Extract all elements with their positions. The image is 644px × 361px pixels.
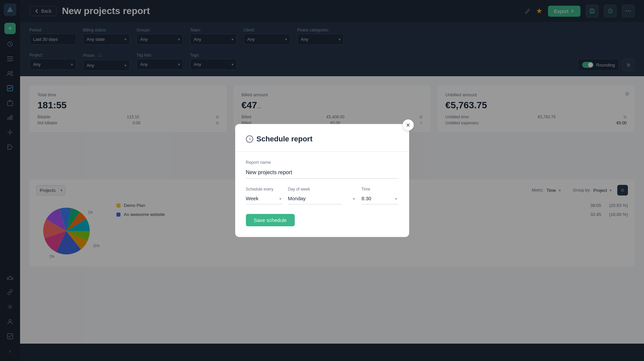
day-of-week-select-wrapper: Monday Tuesday Wednesday Thursday Friday — [288, 193, 356, 205]
modal-divider — [235, 151, 409, 152]
report-name-input[interactable] — [246, 167, 398, 179]
time-select-wrapper: 8:30 8:00 9:00 9:30 — [362, 193, 398, 205]
schedule-every-select-wrapper: Week Day Month — [246, 193, 283, 205]
schedule-every-col: Schedule every Week Day Month — [246, 187, 283, 205]
save-schedule-button[interactable]: Save schedule — [246, 214, 295, 226]
time-label: Time — [362, 187, 398, 192]
schedule-every-label: Schedule every — [246, 187, 283, 192]
save-schedule-label: Save schedule — [254, 217, 287, 223]
modal-title: Schedule report — [257, 135, 312, 143]
schedule-every-select[interactable]: Week Day Month — [246, 193, 283, 205]
time-col: Time 8:30 8:00 9:00 9:30 — [362, 187, 398, 205]
modal-schedule-row: Schedule every Week Day Month Day of wee… — [246, 187, 398, 205]
time-select[interactable]: 8:30 8:00 9:00 9:30 — [362, 193, 398, 205]
modal-close-button[interactable]: ✕ — [402, 119, 414, 131]
modal-header: Schedule report — [246, 135, 398, 143]
day-of-week-label: Day of week — [288, 187, 356, 192]
report-name-label: Report name — [246, 160, 398, 165]
modal-overlay: ✕ Schedule report Report name Schedule e… — [0, 0, 644, 361]
day-of-week-col: Day of week Monday Tuesday Wednesday Thu… — [288, 187, 356, 205]
modal-clock-icon — [246, 135, 253, 143]
schedule-modal: ✕ Schedule report Report name Schedule e… — [235, 124, 409, 237]
day-of-week-select[interactable]: Monday Tuesday Wednesday Thursday Friday — [288, 193, 342, 205]
